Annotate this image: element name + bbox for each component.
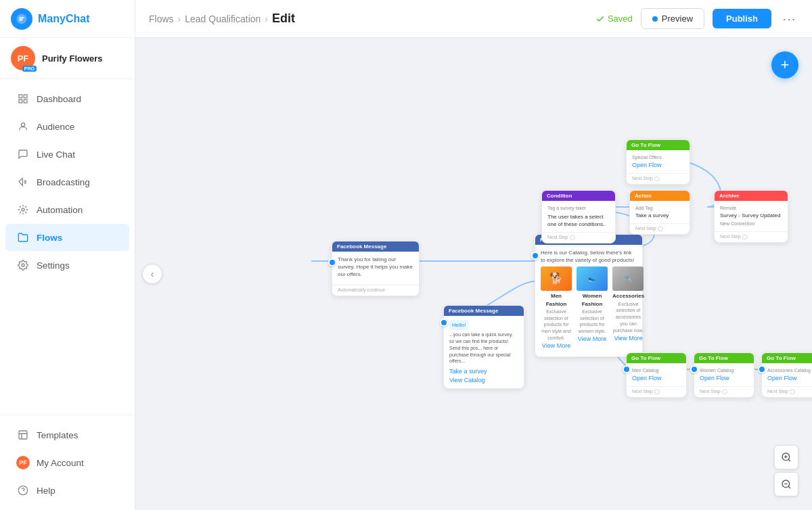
svg-rect-12 xyxy=(19,431,27,439)
svg-point-5 xyxy=(21,123,24,126)
templates-label: Templates xyxy=(37,430,78,440)
my-account-avatar: PF xyxy=(16,456,30,469)
sidebar-item-settings[interactable]: Settings xyxy=(5,252,129,279)
svg-point-10 xyxy=(22,208,24,211)
node-action[interactable]: Action Add Tag Take a survey Next Step ◯ xyxy=(629,190,690,235)
templates-icon xyxy=(16,428,30,442)
breadcrumb-edit: Edit xyxy=(272,11,295,26)
publish-label: Publish xyxy=(726,14,758,24)
svg-marker-6 xyxy=(19,179,22,186)
audience-label: Audience xyxy=(37,122,74,132)
svg-point-11 xyxy=(22,264,24,266)
start-dot-3 xyxy=(531,252,539,260)
manychat-logo-icon xyxy=(11,8,32,30)
publish-button[interactable]: Publish xyxy=(713,9,771,28)
sidebar: ManyChat PF PRO Purify Flowers Dashboard… xyxy=(0,0,135,510)
start-dot-1 xyxy=(328,258,336,266)
start-dot-6 xyxy=(758,365,766,373)
settings-icon xyxy=(16,258,30,272)
node-goto-men-catalog[interactable]: Go To Flow Men Catalog Open Flow Next St… xyxy=(626,352,687,398)
breadcrumb-lead-qualification[interactable]: Lead Qualification xyxy=(185,14,261,24)
preview-button[interactable]: Preview xyxy=(641,8,704,29)
broadcasting-label: Broadcasting xyxy=(37,177,90,187)
zoom-out-button[interactable] xyxy=(774,472,798,496)
pro-badge: PRO xyxy=(22,66,37,72)
zoom-in-button[interactable] xyxy=(774,445,798,469)
main-content: Flows › Lead Qualification › Edit Saved … xyxy=(135,0,812,510)
broadcasting-icon xyxy=(16,175,30,189)
sidebar-logo: ManyChat xyxy=(0,0,135,38)
add-node-button[interactable]: + xyxy=(771,51,798,78)
start-dot-4 xyxy=(623,365,631,373)
header-actions: Saved Preview Publish ⋯ xyxy=(595,8,798,30)
sidebar-bottom: Templates PF My Account Help xyxy=(0,415,135,510)
automation-icon xyxy=(16,203,30,216)
livechat-label: Live Chat xyxy=(37,149,75,160)
sidebar-item-flows[interactable]: Flows xyxy=(5,224,129,251)
automation-label: Automation xyxy=(37,205,83,215)
manychat-logo-text: ManyChat xyxy=(38,13,89,25)
sidebar-item-templates[interactable]: Templates xyxy=(5,421,129,448)
sidebar-item-broadcasting[interactable]: Broadcasting xyxy=(5,168,129,195)
node-fb-message-small[interactable]: Facebook Message Hello! ...you can take … xyxy=(443,305,524,389)
flow-canvas[interactable]: + ‹ xyxy=(135,38,812,510)
help-icon xyxy=(16,484,30,497)
node-fb-message-1[interactable]: Facebook Message Thank you for taking ou… xyxy=(332,241,420,296)
breadcrumb: Flows › Lead Qualification › Edit xyxy=(149,11,295,26)
svg-rect-2 xyxy=(24,95,27,98)
zoom-controls xyxy=(774,445,798,496)
sidebar-item-dashboard[interactable]: Dashboard xyxy=(5,85,129,112)
canvas-back-button[interactable]: ‹ xyxy=(142,264,162,284)
more-options-button[interactable]: ⋯ xyxy=(780,8,798,30)
sidebar-item-help[interactable]: Help xyxy=(5,477,129,504)
my-account-label: My Account xyxy=(37,458,84,468)
flows-label: Flows xyxy=(37,233,62,243)
preview-dot xyxy=(652,16,658,22)
sidebar-item-myaccount[interactable]: PF My Account xyxy=(5,449,129,476)
flows-icon xyxy=(16,231,30,244)
node-goto-accessories[interactable]: Go To Flow Accessories Catalog Open Flow… xyxy=(761,352,812,398)
dashboard-label: Dashboard xyxy=(37,94,81,104)
sidebar-item-livechat[interactable]: Live Chat xyxy=(5,141,129,168)
account-name: Purify Flowers xyxy=(42,53,103,64)
svg-rect-3 xyxy=(19,99,22,103)
start-dot-2 xyxy=(440,319,448,327)
dashboard-icon xyxy=(16,92,30,106)
preview-label: Preview xyxy=(662,14,693,24)
account-switcher[interactable]: PF PRO Purify Flowers xyxy=(0,38,135,79)
top-header: Flows › Lead Qualification › Edit Saved … xyxy=(135,0,812,38)
start-dot-5 xyxy=(690,365,698,373)
saved-status: Saved xyxy=(595,14,633,24)
breadcrumb-flows[interactable]: Flows xyxy=(149,14,174,24)
node-condition[interactable]: Condition Tag a survey taker The user ta… xyxy=(541,190,616,244)
avatar: PF PRO xyxy=(11,46,35,70)
node-goto-women-catalog[interactable]: Go To Flow Women Catalog Open Flow Next … xyxy=(694,352,754,398)
node-goto-special-offers[interactable]: Go To Flow Special Offers Open Flow Next… xyxy=(626,139,690,185)
livechat-icon xyxy=(16,147,30,161)
sidebar-nav: Dashboard Audience Live Chat Broadcastin… xyxy=(0,79,135,415)
svg-rect-1 xyxy=(19,95,22,98)
flow-connections xyxy=(135,38,812,510)
settings-label: Settings xyxy=(37,260,70,271)
svg-line-15 xyxy=(788,459,790,461)
svg-line-19 xyxy=(788,486,790,488)
sidebar-item-audience[interactable]: Audience xyxy=(5,113,129,140)
node-archive[interactable]: Archive Remote Survey - Survey Updated N… xyxy=(714,190,788,243)
svg-rect-4 xyxy=(24,99,27,103)
help-label: Help xyxy=(37,486,55,496)
sidebar-item-automation[interactable]: Automation xyxy=(5,196,129,223)
node-fb-catalog[interactable]: Facebook Message Here is our Catalog, be… xyxy=(535,234,643,357)
audience-icon xyxy=(16,120,30,133)
